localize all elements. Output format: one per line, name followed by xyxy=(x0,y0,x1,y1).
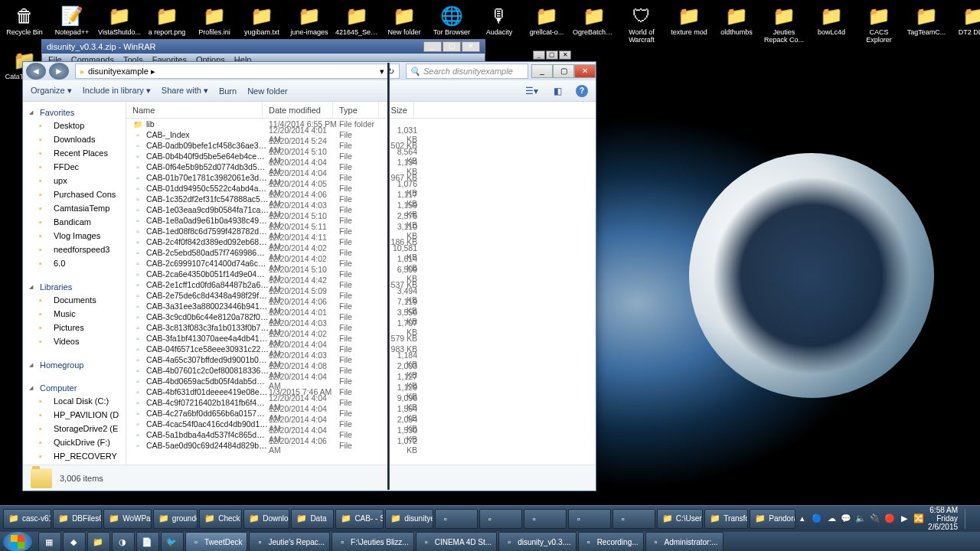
file-row[interactable]: ▫CAB-2c5ebd580ad57f746998650729f6cc0bf12… xyxy=(126,247,596,258)
nav-item[interactable]: ▪Recent Places xyxy=(23,146,126,160)
taskbar-item[interactable]: 📁C:\Users\... xyxy=(657,509,704,529)
taskbar-item[interactable]: 📁Downloads xyxy=(243,509,289,529)
search-input[interactable]: 🔍 Search disunityexample xyxy=(406,64,528,79)
desktop-icon[interactable]: 📁yugibam.txt xyxy=(240,3,283,44)
nav-item[interactable]: ▪Vlog Images xyxy=(23,229,126,243)
desktop-icon[interactable]: 📝Notepad++ xyxy=(51,3,93,44)
burn-button[interactable]: Burn xyxy=(219,86,237,96)
file-row[interactable]: ▫CAB-2ca6e4350b051f14d9e0479cc126f44a12/… xyxy=(126,269,596,279)
taskbar-item[interactable]: 📁DBFilesCli... xyxy=(53,509,102,529)
tray-icon[interactable]: 🔴 xyxy=(884,514,895,524)
nav-item[interactable]: ▪HP_RECOVERY xyxy=(23,449,126,463)
taskbar-item[interactable]: ▫ xyxy=(524,509,567,529)
nav-item[interactable]: ▪HP_PAVILION (D xyxy=(23,408,126,422)
nav-section-header[interactable]: Homegroup xyxy=(23,357,126,371)
nav-item[interactable]: ▪FFDec xyxy=(23,160,126,174)
nav-item[interactable]: ▪Purchased Cons xyxy=(23,187,126,201)
desktop-icon[interactable]: 🛡World of Warcraft xyxy=(620,3,663,44)
file-row[interactable]: ▫CAB-1ed08f8c6d7599f428782d2a48fb001e12/… xyxy=(126,226,596,236)
file-row[interactable]: ▫CAB-1e03eaa9cd9b0584fa71ca77287a21f812/… xyxy=(126,204,596,215)
file-row[interactable]: ▫CAB-4a65c307bffded9d9001b0424513c7a312/… xyxy=(126,354,596,365)
pinned-app[interactable]: 📁 xyxy=(87,532,110,551)
desktop-icon[interactable]: 📁VistaShutdo... xyxy=(98,3,141,44)
taskbar-item[interactable]: 📁Check xyxy=(199,509,242,529)
tray-icon[interactable]: 🔌 xyxy=(870,514,880,524)
col-size[interactable]: Size xyxy=(379,102,414,118)
nav-item[interactable]: ▪SYSTEM RESER xyxy=(23,463,126,465)
nav-section-header[interactable]: Libraries xyxy=(23,279,126,293)
desktop-icon[interactable]: 📁bowLc4d xyxy=(810,3,853,44)
desktop-icon[interactable]: 📁Jeuties Repack Co... xyxy=(763,3,805,44)
desktop-icon[interactable]: 📁DT2 DLLs xyxy=(952,3,980,44)
file-row[interactable]: ▫CAB-0f64e5b9b52d0774db3d58673468007ef12… xyxy=(126,161,596,172)
desktop-icon[interactable]: 🗑Recycle Bin xyxy=(3,3,46,44)
file-row[interactable]: ▫CAB-2e1cff1cd0fd6a84487b2a6985eae4db12/… xyxy=(126,279,596,290)
col-type[interactable]: Type xyxy=(333,102,379,118)
column-headers[interactable]: Name Date modified Type Size xyxy=(126,102,596,119)
nav-item[interactable]: ▪Pictures xyxy=(23,321,126,334)
taskbar-item[interactable]: ▫TweetDeck xyxy=(185,532,247,551)
file-row[interactable]: ▫CAB-04f6571ce58eee30931c22790b1658a112/… xyxy=(126,344,596,354)
file-row[interactable]: ▫CAB-4bf631df01deeee419e08e736f6356791/3… xyxy=(126,386,596,397)
taskbar-item[interactable]: ▫F:\Jeuties Blizz... xyxy=(332,532,414,551)
desktop-icon[interactable]: 📁a report.png xyxy=(145,3,188,44)
explorer-titlebar[interactable]: ◄ ► ▸ disunityexample ▸ ▾ ↻ 🔍 Search dis… xyxy=(23,62,596,80)
tray-icon[interactable]: ▶ xyxy=(899,514,910,524)
file-row[interactable]: ▫CAB-2c6999107c41400d74a6c15bcff03bb112/… xyxy=(126,258,596,269)
minimize-button[interactable]: _ xyxy=(533,51,545,60)
file-row[interactable]: ▫CAB-4bd0659ac5db05f4dab5d32a5eda938012/… xyxy=(126,376,596,386)
taskbar-item[interactable]: ▫CINEMA 4D St... xyxy=(416,532,497,551)
desktop-icon[interactable]: 📁TagTeamC... xyxy=(905,3,948,44)
file-row[interactable]: ▫CAB-4cac54f0ac416cd4db90d1545214df6912/… xyxy=(126,419,596,429)
minimize-button[interactable]: _ xyxy=(423,41,442,52)
file-row[interactable]: ▫CAB-3c813f083c3fa1b0133f0b7eeba9061a12/… xyxy=(126,322,596,333)
close-button[interactable]: ✕ xyxy=(559,51,571,60)
nav-item[interactable]: ▪Downloads xyxy=(23,132,126,146)
nav-item[interactable]: ▪QuickDrive (F:) xyxy=(23,435,126,449)
tray-icon[interactable]: 🔈 xyxy=(855,514,866,524)
view-options-icon[interactable]: ☰▾ xyxy=(524,83,539,99)
taskbar-item[interactable]: ▫Jeutie's Repac... xyxy=(249,532,330,551)
help-icon[interactable]: ? xyxy=(576,85,588,97)
pinned-app[interactable]: ◆ xyxy=(63,532,86,551)
file-row[interactable]: ▫CAB-01dd94950c5522c4abd4ad540512631b12/… xyxy=(126,183,596,194)
desktop-icon[interactable]: 📁421645_Sea... xyxy=(335,3,378,44)
file-row[interactable]: ▫CAB-5ae0d90c69d24484d829b367e744a55712/… xyxy=(126,440,596,451)
file-row[interactable]: ▫CAB-2e75de6c8d4348a498f29fb48f0faa8f12/… xyxy=(126,290,596,301)
desktop-icon[interactable]: 📁Profiles.ini xyxy=(193,3,236,44)
back-button[interactable]: ◄ xyxy=(26,63,46,80)
taskbar-item[interactable]: 📁disunityex... xyxy=(385,509,433,529)
nav-section-header[interactable]: Computer xyxy=(23,380,126,394)
taskbar-item[interactable]: ▫Recording... xyxy=(578,532,644,551)
tray-icon[interactable]: ▴ xyxy=(797,514,808,524)
nav-item[interactable]: ▪Desktop xyxy=(23,119,126,132)
taskbar-item[interactable]: 📁Transfor... xyxy=(704,509,748,529)
col-date[interactable]: Date modified xyxy=(263,102,333,118)
tray-icon[interactable]: 🔀 xyxy=(913,514,924,524)
taskbar-item[interactable]: ▫disunity_v0.3.... xyxy=(498,532,576,551)
taskbar-item[interactable]: 📁casc-v61P... xyxy=(3,509,51,529)
nav-item[interactable]: ▪Videos xyxy=(23,334,126,348)
winrar-titlebar[interactable]: disunity_v0.3.4.zip - WinRAR _ ▢ ✕ xyxy=(42,40,485,54)
file-row[interactable]: ▫CAB-4c27a6bf0dd656b6a0157829182015e1512… xyxy=(126,408,596,419)
minimize-button[interactable]: _ xyxy=(531,64,553,78)
taskbar-item[interactable]: ▫ xyxy=(435,509,478,529)
file-row[interactable]: ▫CAB-3a31ee3a880023446b94190203e0778012/… xyxy=(126,301,596,311)
pinned-app[interactable]: 📄 xyxy=(136,532,159,551)
col-name[interactable]: Name xyxy=(126,102,263,118)
file-row[interactable]: 📁lib11/4/2014 6:55 PMFile folder xyxy=(126,119,596,129)
close-button[interactable]: ✕ xyxy=(574,64,596,78)
file-row[interactable]: ▫CAB-_Index12/20/2014 4:01 AMFile1,031 K… xyxy=(126,129,596,140)
file-row[interactable]: ▫CAB-3fa1bf413070aee4a4db41497d6690312/2… xyxy=(126,333,596,344)
tray-icon[interactable]: 💬 xyxy=(841,514,851,524)
organize-menu[interactable]: Organize ▾ xyxy=(31,86,72,96)
desktop-icon[interactable]: 📁OgreBatchC... xyxy=(573,3,616,44)
taskbar-item[interactable]: ▫Administrator:... xyxy=(645,532,724,551)
file-row[interactable]: ▫CAB-3c9cd0b6c44e8120a782f0ccdb2371312/2… xyxy=(126,311,596,322)
file-row[interactable]: ▫CAB-5a1bdba4a4d537f4c865d61254d23b5a12/… xyxy=(126,429,596,440)
nav-item[interactable]: ▪6.0 xyxy=(23,256,126,270)
desktop-icon[interactable]: 📁CACS Explorer xyxy=(858,3,900,44)
share-menu[interactable]: Share with ▾ xyxy=(162,86,208,96)
preview-pane-icon[interactable]: ◧ xyxy=(550,83,565,99)
forward-button[interactable]: ► xyxy=(49,63,69,80)
